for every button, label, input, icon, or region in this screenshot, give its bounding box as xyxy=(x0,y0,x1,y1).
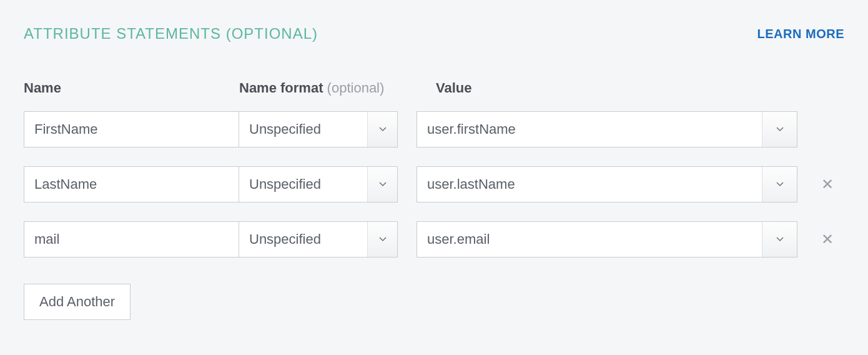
attribute-row: Unspecified ✕ xyxy=(24,221,844,258)
attribute-row: Unspecified xyxy=(24,111,844,148)
attribute-name-input[interactable] xyxy=(24,111,239,148)
attribute-row: Unspecified ✕ xyxy=(24,166,844,202)
column-header-value: Value xyxy=(417,80,844,96)
column-header-name: Name xyxy=(24,80,239,96)
attribute-value-combo[interactable] xyxy=(417,221,797,258)
close-icon: ✕ xyxy=(821,231,834,248)
name-format-value: Unspecified xyxy=(239,222,367,257)
remove-row-button[interactable]: ✕ xyxy=(815,172,840,197)
add-another-button[interactable]: Add Another xyxy=(24,284,131,320)
name-format-select[interactable]: Unspecified xyxy=(239,111,398,148)
name-format-value: Unspecified xyxy=(239,112,367,147)
close-icon: ✕ xyxy=(821,176,834,193)
attribute-value-input[interactable] xyxy=(417,112,762,147)
attribute-value-combo[interactable] xyxy=(417,166,797,202)
chevron-down-icon[interactable] xyxy=(367,222,397,257)
attribute-value-input[interactable] xyxy=(417,222,762,257)
learn-more-link[interactable]: LEARN MORE xyxy=(757,27,844,41)
remove-row-button[interactable]: ✕ xyxy=(815,227,840,252)
attribute-value-input[interactable] xyxy=(417,167,762,202)
attribute-value-combo[interactable] xyxy=(417,111,797,148)
section-title: ATTRIBUTE STATEMENTS (OPTIONAL) xyxy=(24,25,318,42)
name-format-select[interactable]: Unspecified xyxy=(239,166,398,202)
chevron-down-icon[interactable] xyxy=(367,167,397,202)
name-format-value: Unspecified xyxy=(239,167,367,202)
name-format-select[interactable]: Unspecified xyxy=(239,221,398,258)
column-header-format: Name format (optional) xyxy=(239,80,417,96)
chevron-down-icon[interactable] xyxy=(762,112,797,147)
chevron-down-icon[interactable] xyxy=(762,222,797,257)
chevron-down-icon[interactable] xyxy=(367,112,397,147)
attribute-name-input[interactable] xyxy=(24,221,239,258)
chevron-down-icon[interactable] xyxy=(762,167,797,202)
attribute-name-input[interactable] xyxy=(24,166,239,202)
